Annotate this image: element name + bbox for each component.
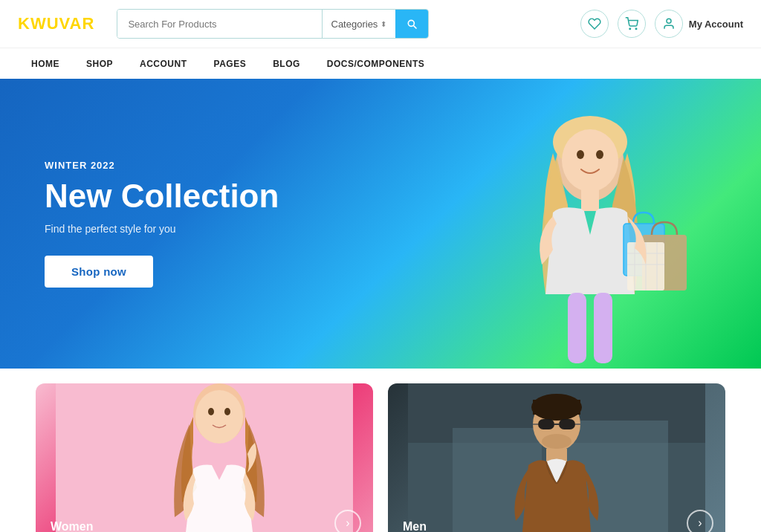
heart-icon — [588, 17, 601, 30]
nav-item-pages[interactable]: PAGES — [201, 48, 260, 80]
account-icon-circle — [655, 10, 683, 38]
hero-description: Find the perfect style for you — [45, 223, 279, 235]
search-button[interactable] — [395, 10, 428, 38]
nav-item-account[interactable]: ACCOUNT — [126, 48, 201, 80]
svg-rect-8 — [581, 189, 599, 211]
svg-point-23 — [208, 408, 214, 415]
men-label: Men — [403, 520, 427, 532]
search-input[interactable] — [117, 10, 321, 38]
search-icon — [406, 18, 418, 30]
men-card-bg — [388, 383, 725, 532]
svg-rect-18 — [568, 293, 586, 363]
svg-rect-33 — [559, 419, 575, 429]
hero-subtitle: WINTER 2022 — [45, 160, 279, 171]
svg-point-37 — [542, 434, 571, 449]
women-label: Women — [51, 520, 93, 532]
header-actions: My Account — [580, 10, 743, 38]
nav-item-docs[interactable]: DOCS/COMPONENTS — [314, 48, 438, 80]
my-account-label: My Account — [689, 19, 743, 30]
hero-image — [464, 86, 716, 369]
hero-content: WINTER 2022 New Collection Find the perf… — [0, 160, 279, 288]
svg-point-0 — [629, 28, 631, 30]
svg-point-24 — [224, 408, 230, 415]
logo[interactable]: KWUVAR — [18, 14, 94, 33]
svg-point-2 — [667, 19, 671, 23]
category-card-men[interactable]: Men › — [388, 383, 725, 532]
cart-button[interactable] — [618, 10, 646, 38]
header: KWUVAR Categories ⬍ — [0, 0, 761, 48]
categories-label: Categories — [331, 19, 378, 30]
women-arrow[interactable]: › — [334, 510, 361, 532]
svg-point-7 — [596, 150, 603, 159]
hero-title: New Collection — [45, 178, 279, 214]
wishlist-button[interactable] — [580, 10, 609, 38]
category-card-women[interactable]: Women › — [36, 383, 373, 532]
women-card-bg — [36, 383, 373, 532]
search-bar: Categories ⬍ — [117, 9, 429, 39]
svg-point-1 — [635, 28, 637, 30]
categories-section: Women › — [0, 369, 761, 532]
hero-section: WINTER 2022 New Collection Find the perf… — [0, 79, 761, 369]
my-account-button[interactable]: My Account — [655, 10, 743, 38]
svg-point-5 — [562, 129, 618, 192]
nav-item-blog[interactable]: BLOG — [259, 48, 314, 80]
men-card-image — [388, 383, 725, 532]
categories-dropdown[interactable]: Categories ⬍ — [323, 10, 396, 38]
women-card-image — [36, 383, 373, 532]
shop-now-button[interactable]: Shop now — [45, 256, 153, 288]
nav-item-shop[interactable]: SHOP — [73, 48, 126, 80]
nav-item-home[interactable]: HOME — [18, 48, 73, 80]
hero-person-svg — [464, 86, 716, 369]
logo-text: KWUVAR — [18, 14, 94, 33]
svg-point-22 — [195, 390, 243, 444]
svg-rect-32 — [538, 419, 554, 429]
main-navigation: HOME SHOP ACCOUNT PAGES BLOG DOCS/COMPON… — [0, 48, 761, 79]
svg-rect-19 — [594, 293, 612, 363]
svg-rect-31 — [533, 400, 580, 415]
cart-icon — [625, 17, 638, 30]
men-arrow[interactable]: › — [687, 510, 713, 532]
chevron-down-icon: ⬍ — [380, 20, 386, 28]
svg-point-6 — [577, 150, 584, 159]
user-icon — [662, 17, 676, 30]
